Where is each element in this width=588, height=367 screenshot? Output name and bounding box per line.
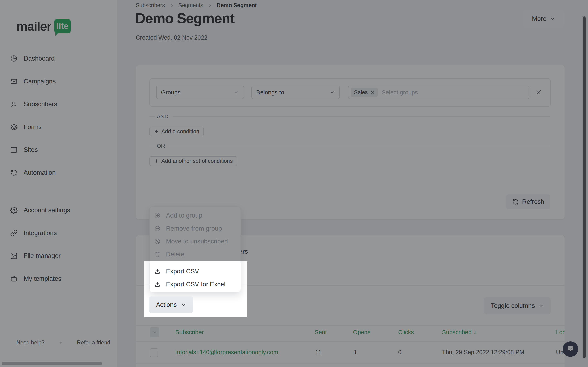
actions-menu: Add to group Remove from group Move to u… <box>149 261 241 292</box>
download-icon <box>154 281 161 288</box>
download-icon <box>154 268 161 275</box>
vertical-scrollbar[interactable] <box>583 16 586 358</box>
tutorial-dim-overlay <box>0 0 588 367</box>
mailerlite-app: mailer lite Dashboard Campaigns Subscrib… <box>0 0 588 367</box>
menu-item-export-csv-excel[interactable]: Export CSV for Excel <box>150 278 241 291</box>
menu-item-export-csv[interactable]: Export CSV <box>150 265 241 278</box>
actions-button-label: Actions <box>156 301 177 309</box>
menu-separator <box>150 262 241 262</box>
menu-item-label: Export CSV for Excel <box>166 281 225 288</box>
tutorial-spotlight: Add to group Remove from group Move to u… <box>144 261 247 317</box>
actions-button[interactable]: Actions <box>149 296 193 313</box>
horizontal-scrollbar[interactable] <box>2 362 102 365</box>
chevron-down-icon <box>181 302 186 308</box>
menu-item-label: Export CSV <box>166 268 199 275</box>
